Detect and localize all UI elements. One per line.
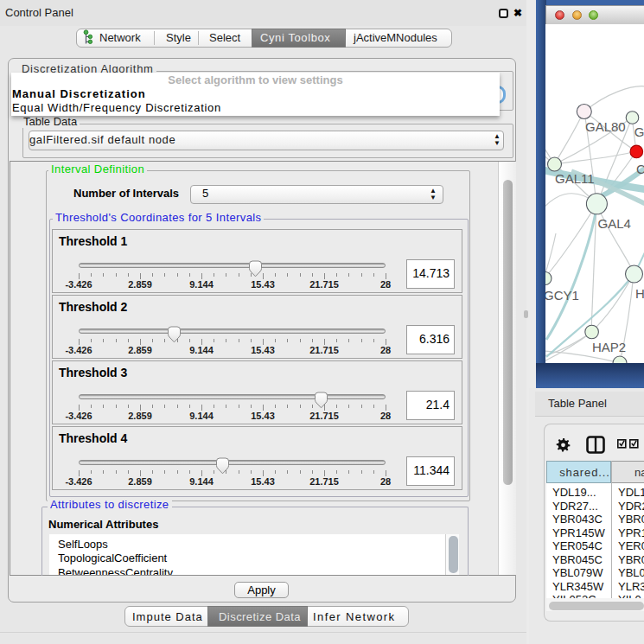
svg-text:GA: GA <box>634 124 644 139</box>
svg-text:H: H <box>635 286 644 301</box>
svg-text:GAL11: GAL11 <box>555 171 595 186</box>
svg-text:GAL4: GAL4 <box>598 216 631 231</box>
svg-text:GAL80: GAL80 <box>585 119 626 134</box>
svg-text:GCY1: GCY1 <box>545 288 579 303</box>
svg-text:HAP2: HAP2 <box>592 340 626 354</box>
svg-text:C: C <box>636 162 644 176</box>
